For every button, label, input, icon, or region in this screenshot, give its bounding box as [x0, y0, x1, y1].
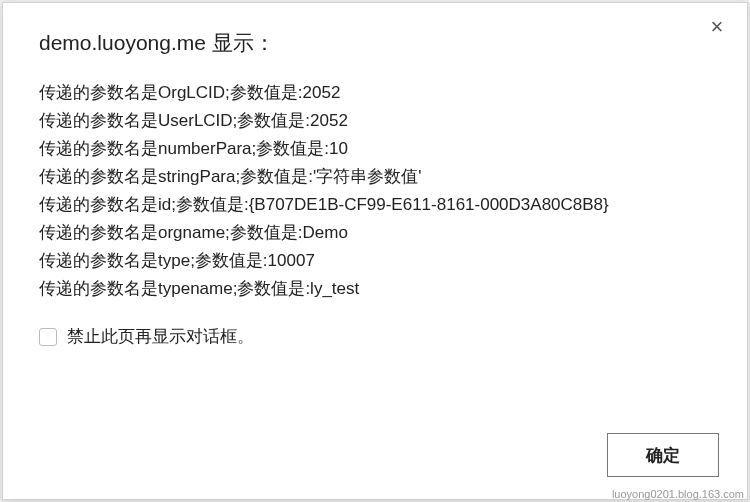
message-line: 传递的参数名是typename;参数值是:ly_test [39, 275, 711, 303]
ok-button[interactable]: 确定 [607, 433, 719, 477]
dialog-footer: 确定 [3, 417, 747, 499]
message-line: 传递的参数名是stringPara;参数值是:'字符串参数值' [39, 163, 711, 191]
message-line: 传递的参数名是id;参数值是:{B707DE1B-CF99-E611-8161-… [39, 191, 711, 219]
message-line: 传递的参数名是OrgLCID;参数值是:2052 [39, 79, 711, 107]
suppress-row: 禁止此页再显示对话框。 [39, 325, 711, 348]
dialog-header: demo.luoyong.me 显示： × [3, 3, 747, 65]
message-line: 传递的参数名是orgname;参数值是:Demo [39, 219, 711, 247]
alert-dialog: demo.luoyong.me 显示： × 传递的参数名是OrgLCID;参数值… [2, 2, 748, 500]
dialog-title: demo.luoyong.me 显示： [39, 29, 711, 57]
message-line: 传递的参数名是UserLCID;参数值是:2052 [39, 107, 711, 135]
dialog-body: 传递的参数名是OrgLCID;参数值是:2052 传递的参数名是UserLCID… [3, 65, 747, 417]
suppress-checkbox[interactable] [39, 328, 57, 346]
close-button[interactable]: × [705, 15, 729, 39]
watermark-text: luoyong0201.blog.163.com [612, 488, 744, 500]
message-line: 传递的参数名是type;参数值是:10007 [39, 247, 711, 275]
message-line: 传递的参数名是numberPara;参数值是:10 [39, 135, 711, 163]
suppress-label: 禁止此页再显示对话框。 [67, 325, 254, 348]
